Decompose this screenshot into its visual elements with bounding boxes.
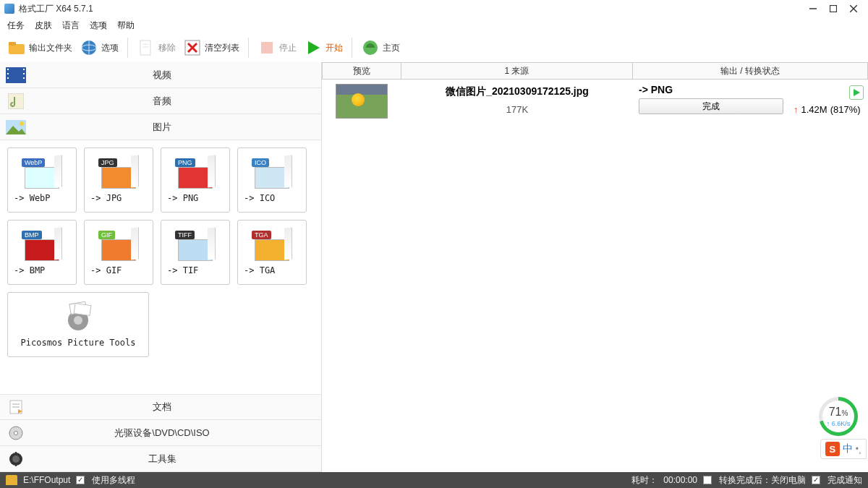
svg-rect-24 xyxy=(23,77,25,79)
col-source[interactable]: 1 来源 xyxy=(401,62,633,80)
menu-skin[interactable]: 皮肤 xyxy=(35,20,52,32)
right-panel: 预览 1 来源 输出 / 转换状态 微信图片_20210309172125.jp… xyxy=(322,62,868,472)
svg-marker-16 xyxy=(308,41,320,54)
play-icon xyxy=(304,38,323,57)
statusbar: E:\FFOutput 使用多线程 耗时： 00:00:00 转换完成后：关闭电… xyxy=(0,472,868,488)
format-tile-webp[interactable]: WebP-> WebP xyxy=(7,147,77,213)
category-audio[interactable]: 音频 xyxy=(0,88,321,114)
category-picture[interactable]: 图片 xyxy=(0,114,321,140)
format-tile-tiff[interactable]: TIFF-> TIF xyxy=(161,220,230,285)
elapsed-value: 00:00:00 xyxy=(663,475,697,485)
output-folder-button[interactable]: 输出文件夹 xyxy=(7,38,72,57)
output-path[interactable]: E:\FFOutput xyxy=(23,475,70,485)
svg-point-40 xyxy=(12,455,20,463)
svg-rect-4 xyxy=(9,44,25,54)
folder-icon[interactable] xyxy=(6,475,17,485)
clear-list-button[interactable]: 清空列表 xyxy=(183,38,239,57)
stop-icon xyxy=(258,38,276,57)
picture-icon xyxy=(3,117,29,137)
svg-rect-20 xyxy=(7,73,9,74)
home-label: 主页 xyxy=(383,42,400,54)
multithread-checkbox[interactable] xyxy=(76,476,85,484)
sogou-icon: S xyxy=(825,442,840,456)
category-disc[interactable]: 光驱设备\DVD\CD\ISO xyxy=(0,420,321,446)
clear-list-label: 清空列表 xyxy=(205,42,239,54)
menu-help[interactable]: 帮助 xyxy=(117,20,135,32)
notify-label: 完成通知 xyxy=(827,474,862,487)
speed-gauge: 71% ↑ 6.6K/s xyxy=(819,397,858,436)
minimize-button[interactable] xyxy=(803,1,823,16)
options-label: 选项 xyxy=(101,42,119,54)
menu-task[interactable]: 任务 xyxy=(7,20,25,32)
col-output[interactable]: 输出 / 转换状态 xyxy=(633,62,868,80)
format-tile-gif[interactable]: GIF-> GIF xyxy=(84,220,153,285)
up-arrow-icon: ↑ xyxy=(793,104,799,115)
svg-rect-9 xyxy=(140,40,150,55)
disc-icon xyxy=(3,423,29,443)
options-button[interactable]: 选项 xyxy=(80,38,119,57)
category-tools-label: 工具集 xyxy=(29,453,295,466)
svg-rect-23 xyxy=(23,73,25,74)
stop-button[interactable]: 停止 xyxy=(258,38,297,57)
ime-bar[interactable]: S 中 •¸ xyxy=(820,439,867,459)
svg-rect-5 xyxy=(9,42,16,46)
category-doc[interactable]: 文档 xyxy=(0,394,321,420)
app-icon xyxy=(4,4,14,14)
svg-rect-41 xyxy=(15,452,17,455)
home-button[interactable]: 主页 xyxy=(361,38,400,57)
svg-rect-25 xyxy=(8,93,24,109)
maximize-button[interactable] xyxy=(823,1,843,16)
stop-label: 停止 xyxy=(279,42,297,54)
format-tile-png[interactable]: PNG-> PNG xyxy=(161,147,230,213)
folder-icon xyxy=(7,38,26,57)
gear-photo-icon xyxy=(60,301,96,333)
svg-rect-42 xyxy=(15,463,17,466)
elapsed-label: 耗时： xyxy=(631,474,658,487)
remove-button[interactable]: 移除 xyxy=(137,38,176,57)
ime-more-icon[interactable]: •¸ xyxy=(856,444,861,454)
format-tile-tga[interactable]: TGA-> TGA xyxy=(237,220,307,285)
category-disc-label: 光驱设备\DVD\CD\ISO xyxy=(29,427,295,440)
titlebar: 格式工厂 X64 5.7.1 xyxy=(0,0,868,17)
format-tile-ico[interactable]: ICO-> ICO xyxy=(237,147,307,213)
task-filename: 微信图片_20210309172125.jpg xyxy=(401,85,633,98)
menu-lang[interactable]: 语言 xyxy=(62,20,80,32)
shutdown-checkbox[interactable] xyxy=(703,476,712,484)
svg-rect-19 xyxy=(7,69,9,70)
svg-rect-22 xyxy=(23,69,25,70)
start-button[interactable]: 开始 xyxy=(304,38,343,57)
svg-rect-32 xyxy=(74,304,91,316)
format-tile-jpg[interactable]: JPG-> JPG xyxy=(84,147,153,213)
svg-marker-43 xyxy=(854,89,860,96)
category-video[interactable]: 视频 xyxy=(0,62,321,88)
close-button[interactable] xyxy=(843,1,864,16)
note-icon xyxy=(3,91,29,111)
task-status-button[interactable]: 完成 xyxy=(639,98,783,114)
category-tools[interactable]: 工具集 xyxy=(0,446,321,472)
film-icon xyxy=(3,65,29,85)
picosmos-tile[interactable]: Picosmos Picture Tools xyxy=(7,292,149,357)
col-preview[interactable]: 预览 xyxy=(322,62,401,80)
svg-rect-1 xyxy=(830,6,837,12)
task-play-button[interactable] xyxy=(849,85,864,100)
page-icon xyxy=(137,38,156,57)
svg-rect-21 xyxy=(7,77,9,79)
multithread-label: 使用多线程 xyxy=(92,474,135,487)
task-output-size: ↑ 1.42M (817%) xyxy=(793,104,861,115)
category-audio-label: 音频 xyxy=(29,95,295,108)
category-picture-label: 图片 xyxy=(29,121,295,134)
task-thumbnail xyxy=(336,84,388,119)
remove-label: 移除 xyxy=(158,42,176,54)
shutdown-label: 转换完成后：关闭电脑 xyxy=(719,474,806,487)
menu-option[interactable]: 选项 xyxy=(90,20,107,32)
toolbar: 输出文件夹 选项 移除 清空列表 停止 开始 主页 xyxy=(0,33,868,62)
notify-checkbox[interactable] xyxy=(812,476,820,484)
left-panel: 视频 音频 图片 WebP-> WebPJPG-> JPGPNG-> PNGIC… xyxy=(0,62,322,472)
menubar: 任务 皮肤 语言 选项 帮助 xyxy=(0,17,868,33)
x-icon xyxy=(183,38,202,57)
task-target: -> PNG xyxy=(639,84,859,95)
home-icon xyxy=(361,38,380,57)
table-row[interactable]: 微信图片_20210309172125.jpg 177K -> PNG 完成 ↑… xyxy=(322,80,868,123)
task-filesize: 177K xyxy=(401,104,633,115)
format-tile-bmp[interactable]: BMP-> BMP xyxy=(7,220,77,285)
